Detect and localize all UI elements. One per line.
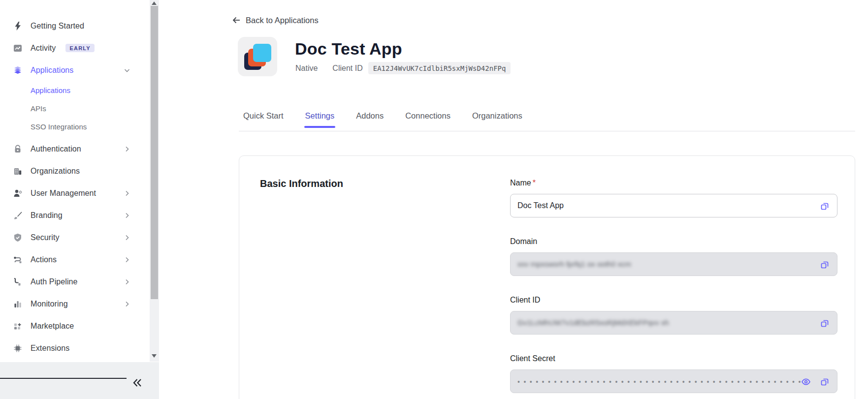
section-title: Basic Information xyxy=(260,178,343,189)
building-icon xyxy=(13,166,23,176)
sidebar-item-applications[interactable]: Applications xyxy=(0,59,150,81)
sidebar-item-extensions[interactable]: Extensions xyxy=(0,337,150,359)
eye-icon xyxy=(801,376,811,387)
client-secret-field: ••••••••••••••••••••••••••••••••••••••••… xyxy=(510,369,837,393)
grid-plus-icon xyxy=(13,321,23,331)
sidebar-item-label: Getting Started xyxy=(31,22,84,31)
applications-icon xyxy=(13,65,23,75)
sidebar-item-label: Authentication xyxy=(31,145,81,153)
activity-icon xyxy=(13,43,23,53)
sidebar-subitem-apis[interactable]: APIs xyxy=(0,99,150,118)
double-chevron-left-icon xyxy=(132,378,143,388)
client-secret-masked-value: ••••••••••••••••••••••••••••••••••••••••… xyxy=(517,378,803,386)
page-title: Doc Test App xyxy=(295,39,402,59)
sidebar-item-organizations[interactable]: Organizations xyxy=(0,160,150,182)
app-tabs: Quick Start Settings Addons Connections … xyxy=(243,112,522,128)
tab-quick-start[interactable]: Quick Start xyxy=(243,112,284,128)
client-id-label: Client ID xyxy=(332,64,362,73)
client-id-field-label: Client ID xyxy=(510,296,837,304)
sidebar-item-monitoring[interactable]: Monitoring xyxy=(0,293,150,315)
copy-name-button[interactable] xyxy=(819,201,830,212)
app-meta-row: Native Client ID EA12J4WvUK7cIdlbiR5sxMj… xyxy=(295,62,511,74)
sidebar-subitem-label: APIs xyxy=(31,104,46,113)
chevron-right-icon xyxy=(123,300,131,308)
sidebar-item-marketplace[interactable]: Marketplace xyxy=(0,315,150,337)
tab-connections[interactable]: Connections xyxy=(405,112,450,128)
back-to-applications-link[interactable]: Back to Applications xyxy=(231,15,319,25)
chevron-right-icon xyxy=(123,278,131,286)
sidebar-item-user-management[interactable]: User Management xyxy=(0,182,150,204)
sidebar-item-label: Organizations xyxy=(31,167,80,176)
sidebar-item-label: Security xyxy=(31,233,60,242)
sidebar-scrollbar[interactable] xyxy=(150,0,159,362)
copy-client-secret-button[interactable] xyxy=(819,376,830,387)
sidebar-item-label: Extensions xyxy=(31,344,69,353)
scrollbar-down-arrow[interactable] xyxy=(152,354,157,358)
domain-redacted-value: xxv mpxsworh fprfq1 ox ooth0 xcm xyxy=(517,260,631,268)
sidebar-footer xyxy=(0,362,159,399)
sidebar-item-label: Activity xyxy=(31,44,56,53)
sidebar-item-authentication[interactable]: Authentication xyxy=(0,138,150,160)
name-field xyxy=(510,194,837,217)
sidebar-subitem-label: SSO Integrations xyxy=(31,123,87,131)
chevron-right-icon xyxy=(123,256,131,264)
sidebar-item-security[interactable]: Security xyxy=(0,226,150,248)
bar-chart-icon xyxy=(13,299,23,309)
name-label: Name* xyxy=(510,179,837,187)
collapse-sidebar-button[interactable] xyxy=(131,377,144,389)
required-asterisk: * xyxy=(533,179,536,187)
back-label: Back to Applications xyxy=(246,16,319,25)
paintbrush-icon xyxy=(13,211,23,220)
footer-divider-line xyxy=(0,378,127,379)
sidebar-item-label: Branding xyxy=(31,211,63,220)
scrollbar-thumb[interactable] xyxy=(151,6,158,299)
sidebar-item-actions[interactable]: Actions xyxy=(0,248,150,271)
app-logo xyxy=(238,37,277,76)
arrow-left-icon xyxy=(231,15,241,25)
scrollbar-up-arrow[interactable] xyxy=(152,1,157,5)
copy-icon xyxy=(819,376,830,387)
sidebar-item-label: Applications xyxy=(31,66,73,75)
sidebar-item-auth-pipeline[interactable]: Auth Pipeline xyxy=(0,271,150,293)
bolt-icon xyxy=(13,21,23,31)
sidebar-item-label: Marketplace xyxy=(31,322,74,331)
flow-icon xyxy=(13,255,23,265)
lock-icon xyxy=(13,144,23,154)
sidebar-subitem-applications[interactable]: Applications xyxy=(0,81,150,99)
client-secret-label: Client Secret xyxy=(510,354,837,363)
copy-icon xyxy=(819,259,830,270)
chevron-right-icon xyxy=(123,212,131,219)
copy-client-id-button[interactable] xyxy=(819,318,830,329)
tab-organizations[interactable]: Organizations xyxy=(472,112,522,128)
auth0-dashboard: Getting Started Activity EARLY Applicati… xyxy=(0,0,868,399)
tab-addons[interactable]: Addons xyxy=(356,112,384,128)
client-id-redacted-value: Gv1LcMhUW7v1dEbzR5xoRjMdXEkFPqvv xh xyxy=(517,318,669,327)
client-id-chip: EA12J4WvUK7cIdlbiR5sxMjWsD42nFPq xyxy=(368,62,511,74)
copy-icon xyxy=(819,201,830,212)
early-badge: EARLY xyxy=(65,44,94,52)
chevron-right-icon xyxy=(123,145,131,153)
tab-settings[interactable]: Settings xyxy=(305,112,335,128)
copy-domain-button[interactable] xyxy=(819,259,830,270)
sidebar-item-label: User Management xyxy=(31,189,96,198)
sidebar-item-getting-started[interactable]: Getting Started xyxy=(0,15,150,37)
pipeline-icon xyxy=(13,277,23,287)
domain-field: xxv mpxsworh fprfq1 ox ooth0 xcm xyxy=(510,252,837,276)
sidebar-subitem-sso-integrations[interactable]: SSO Integrations xyxy=(0,118,150,136)
client-id-field: Gv1LcMhUW7v1dEbzR5xoRjMdXEkFPqvv xh xyxy=(510,311,837,335)
reveal-client-secret-button[interactable] xyxy=(801,376,811,387)
name-input[interactable] xyxy=(511,194,837,217)
sidebar-item-label: Actions xyxy=(31,255,57,264)
sidebar-subitem-label: Applications xyxy=(31,86,70,94)
chevron-right-icon xyxy=(123,234,131,242)
chevron-down-icon xyxy=(123,66,131,74)
settings-fields: Name* Domain xxv mpxsworh fprfq1 ox ooth… xyxy=(510,179,837,393)
sidebar-item-branding[interactable]: Branding xyxy=(0,204,150,226)
app-type-label: Native xyxy=(295,64,318,73)
sidebar-item-label: Monitoring xyxy=(31,300,68,308)
sidebar-item-activity[interactable]: Activity EARLY xyxy=(0,37,150,59)
domain-label: Domain xyxy=(510,237,837,246)
copy-icon xyxy=(819,318,830,329)
chevron-right-icon xyxy=(123,189,131,197)
sidebar-item-label: Auth Pipeline xyxy=(31,277,78,286)
